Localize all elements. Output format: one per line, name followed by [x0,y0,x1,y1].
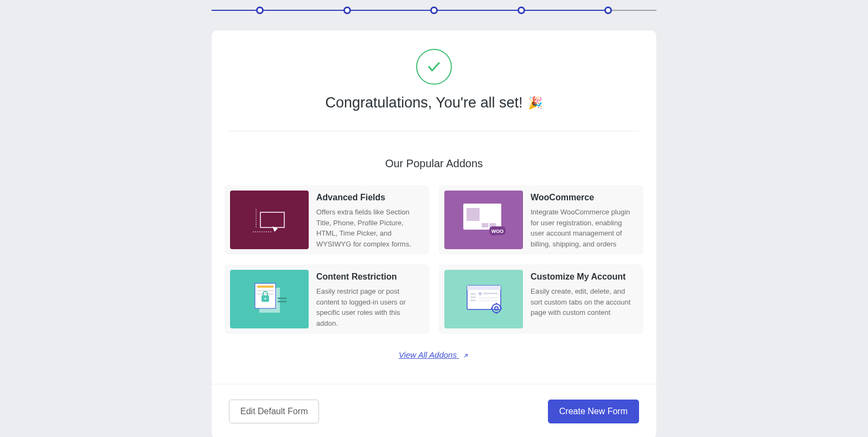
svg-rect-6 [482,223,488,227]
svg-rect-20 [467,286,501,290]
addon-card-woocommerce[interactable]: WOO WooCommerce Integrate WooCommerce pl… [439,185,643,255]
content-restriction-icon [230,270,309,328]
svg-rect-5 [467,208,480,221]
svg-rect-25 [483,293,497,294]
addon-description: Easily restrict page or post content to … [316,286,422,328]
svg-rect-21 [470,293,476,295]
addon-title: Customize My Account [531,272,636,282]
svg-point-16 [264,298,266,300]
addon-description: Offers extra fields like Section Title, … [316,207,422,249]
addon-description: Easily create, edit, delete, and sort cu… [531,286,636,318]
addon-card-advanced-fields[interactable]: Advanced Fields Offers extra fields like… [225,185,429,255]
addons-section-title: Our Popular Addons [212,157,656,170]
svg-point-24 [478,292,482,295]
step-dot-4[interactable] [518,7,525,14]
page-title: Congratulations, You're all set! [326,94,523,111]
addons-grid: Advanced Fields Offers extra fields like… [212,185,656,334]
step-dot-1[interactable] [256,7,264,14]
card-header: Congratulations, You're all set! 🎉 [212,30,656,111]
woocommerce-icon: WOO [444,191,523,249]
view-all-addons-link[interactable]: View All Addons [399,350,469,359]
step-dot-5[interactable] [604,7,612,14]
addon-title: WooCommerce [531,193,636,202]
svg-rect-12 [257,286,273,288]
customize-account-icon [444,270,523,328]
advanced-fields-icon [230,191,309,249]
progress-stepper [212,0,656,18]
addon-title: Advanced Fields [316,193,422,202]
divider [229,131,639,131]
svg-rect-18 [278,301,286,302]
svg-rect-27 [479,300,497,301]
card-footer: Edit Default Form Create New Form [212,384,656,437]
step-dot-3[interactable] [430,7,438,14]
step-dot-2[interactable] [343,7,351,14]
svg-rect-0 [260,212,284,227]
svg-rect-23 [470,300,476,301]
stepper-track-pending [612,10,656,11]
svg-rect-22 [470,296,476,298]
svg-rect-26 [479,297,497,299]
party-popper-icon: 🎉 [528,96,542,110]
view-all-addons-wrapper: View All Addons [212,350,656,360]
addon-card-content-restriction[interactable]: Content Restriction Easily restrict page… [225,264,429,334]
view-all-label: View All Addons [399,350,457,359]
addon-description: Integrate WooCommerce plugin for user re… [531,207,636,249]
create-new-form-button[interactable]: Create New Form [548,400,639,423]
completion-card: Congratulations, You're all set! 🎉 Our P… [212,30,656,437]
addon-title: Content Restriction [316,272,422,282]
addon-card-customize-my-account[interactable]: Customize My Account Easily create, edit… [439,264,643,334]
svg-text:WOO: WOO [491,229,503,234]
external-link-icon [462,352,469,359]
svg-rect-14 [257,293,273,295]
success-check-icon [416,49,452,85]
svg-line-34 [464,354,467,357]
svg-rect-17 [278,297,286,299]
edit-default-form-button[interactable]: Edit Default Form [229,400,319,423]
